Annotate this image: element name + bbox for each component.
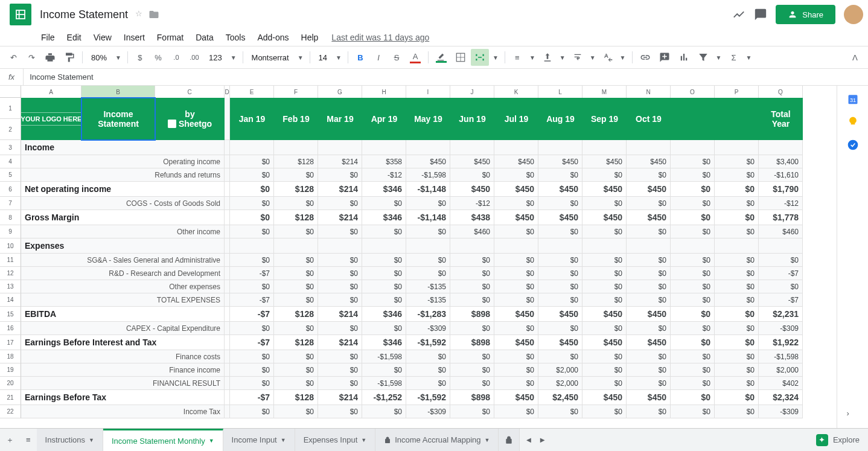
insert-link-button[interactable] (636, 49, 654, 66)
data-cell[interactable]: $0 (274, 377, 318, 390)
data-cell[interactable]: $0 (671, 168, 715, 182)
data-cell[interactable]: -$135 (406, 280, 450, 293)
data-cell[interactable]: $0 (538, 322, 582, 335)
col-header-G[interactable]: G (318, 86, 362, 98)
data-cell[interactable]: $0 (362, 293, 406, 307)
data-cell[interactable]: $450 (494, 210, 538, 225)
cell[interactable] (671, 140, 715, 155)
data-cell[interactable]: -$1,598 (406, 168, 450, 182)
data-cell[interactable]: $0 (582, 168, 627, 182)
undo-button[interactable]: ↶ (5, 49, 22, 66)
data-cell[interactable]: $214 (318, 335, 362, 350)
chevron-down-icon[interactable]: ▼ (713, 54, 724, 62)
data-cell[interactable]: $0 (274, 405, 318, 418)
data-cell[interactable]: $0 (494, 267, 538, 280)
data-cell[interactable]: $450 (494, 335, 538, 350)
fill-color-button[interactable] (432, 49, 450, 66)
cell[interactable] (494, 238, 538, 254)
cell[interactable] (671, 238, 715, 254)
data-cell[interactable]: $0 (627, 293, 671, 307)
data-cell[interactable]: $0 (582, 197, 627, 210)
data-cell[interactable]: $0 (715, 307, 759, 322)
data-cell[interactable]: $0 (318, 197, 362, 210)
data-cell[interactable]: -$1,592 (406, 335, 450, 350)
data-cell[interactable]: $0 (230, 197, 274, 210)
chevron-down-icon[interactable]: ▼ (228, 54, 239, 62)
month-header[interactable]: May 19 (406, 98, 450, 140)
data-cell[interactable]: -$135 (406, 293, 450, 307)
month-header[interactable]: Mar 19 (318, 98, 362, 140)
data-cell[interactable]: $0 (715, 390, 759, 405)
data-cell[interactable]: $0 (362, 267, 406, 280)
data-cell[interactable]: $2,000 (538, 377, 582, 390)
data-cell[interactable]: $450 (582, 307, 627, 322)
data-cell[interactable]: $0 (715, 363, 759, 377)
data-cell[interactable]: $214 (318, 390, 362, 405)
font-select[interactable]: Montserrat (247, 53, 294, 62)
cell[interactable] (230, 238, 274, 254)
data-cell[interactable]: $0 (671, 293, 715, 307)
data-cell[interactable]: $0 (627, 267, 671, 280)
cell[interactable] (627, 238, 671, 254)
data-cell[interactable]: $450 (582, 390, 627, 405)
data-cell[interactable]: $0 (494, 197, 538, 210)
data-cell[interactable]: $0 (318, 267, 362, 280)
col-header-P[interactable]: P (715, 86, 759, 98)
row-label[interactable]: Finance income (21, 363, 225, 377)
data-cell[interactable]: $0 (450, 168, 494, 182)
data-cell[interactable]: $0 (274, 293, 318, 307)
data-cell[interactable]: $450 (582, 155, 627, 168)
data-cell[interactable]: $0 (538, 293, 582, 307)
data-cell[interactable]: -$7 (230, 335, 274, 350)
account-avatar[interactable] (844, 5, 863, 24)
data-cell[interactable]: $0 (715, 405, 759, 418)
data-cell[interactable]: $0 (230, 280, 274, 293)
col-header-J[interactable]: J (450, 86, 494, 98)
data-cell[interactable]: $0 (582, 225, 627, 238)
chevron-down-icon[interactable]: ▼ (490, 54, 501, 62)
data-cell[interactable]: $0 (715, 210, 759, 225)
cell[interactable] (759, 140, 803, 155)
col-header-C[interactable]: C (155, 86, 225, 98)
paint-format-button[interactable] (60, 49, 78, 66)
data-cell[interactable]: $0 (759, 280, 803, 293)
sheet-tab-income-accrual-mapping[interactable]: Income Accrual Mapping ▼ (375, 429, 499, 451)
month-header[interactable]: Oct 19 (627, 98, 671, 140)
data-cell[interactable]: $0 (671, 182, 715, 197)
data-cell[interactable]: -$7 (759, 267, 803, 280)
data-cell[interactable]: $0 (406, 363, 450, 377)
data-cell[interactable]: $2,450 (538, 390, 582, 405)
data-cell[interactable]: $0 (627, 363, 671, 377)
data-cell[interactable]: $0 (494, 168, 538, 182)
cell[interactable] (450, 238, 494, 254)
horizontal-align-button[interactable]: ≡ (509, 49, 526, 66)
month-header[interactable] (671, 98, 715, 140)
data-cell[interactable]: $0 (671, 377, 715, 390)
data-cell[interactable]: $0 (538, 350, 582, 363)
data-cell[interactable]: $0 (715, 225, 759, 238)
data-cell[interactable]: $0 (230, 363, 274, 377)
col-header-A[interactable]: A (21, 86, 81, 98)
data-cell[interactable]: $0 (362, 254, 406, 267)
menu-format[interactable]: Format (152, 30, 188, 45)
data-cell[interactable]: $0 (450, 377, 494, 390)
data-cell[interactable]: $450 (582, 335, 627, 350)
data-cell[interactable]: $0 (538, 254, 582, 267)
data-cell[interactable]: $0 (274, 350, 318, 363)
print-button[interactable] (41, 49, 59, 66)
data-cell[interactable]: $450 (627, 390, 671, 405)
data-cell[interactable]: $0 (671, 350, 715, 363)
data-cell[interactable]: $0 (627, 225, 671, 238)
data-cell[interactable]: $0 (274, 267, 318, 280)
data-cell[interactable]: $0 (759, 254, 803, 267)
data-cell[interactable]: $214 (318, 182, 362, 197)
data-cell[interactable]: $450 (538, 335, 582, 350)
data-cell[interactable]: -$7 (759, 293, 803, 307)
col-header-B[interactable]: B (81, 86, 155, 98)
data-cell[interactable]: -$12 (362, 168, 406, 182)
add-sheet-button[interactable]: ＋ (0, 429, 20, 451)
row-label[interactable]: Gross Margin (21, 210, 225, 225)
data-cell[interactable]: $0 (627, 350, 671, 363)
cell[interactable] (494, 140, 538, 155)
data-cell[interactable]: $0 (538, 225, 582, 238)
